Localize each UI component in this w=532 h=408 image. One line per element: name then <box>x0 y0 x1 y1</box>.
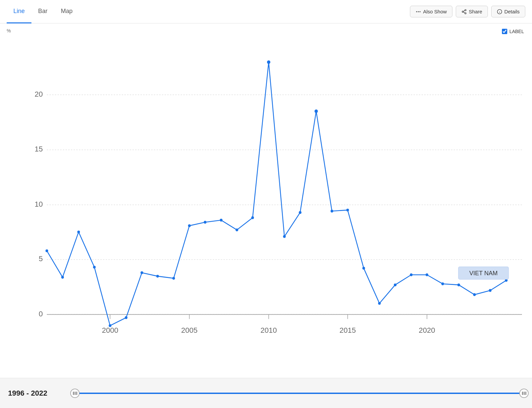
data-point <box>220 219 222 221</box>
data-point <box>235 228 238 231</box>
data-point <box>283 235 286 238</box>
svg-line-6 <box>463 12 465 13</box>
range-slider-thumb-right[interactable] <box>519 389 529 398</box>
data-point <box>172 277 175 280</box>
tab-line[interactable]: Line <box>7 0 31 23</box>
data-point <box>362 267 365 270</box>
data-point <box>61 276 64 279</box>
range-label: 1996 - 2022 <box>8 389 68 398</box>
data-point <box>267 61 270 64</box>
range-slider-track[interactable] <box>75 393 524 394</box>
data-line <box>47 62 506 326</box>
data-point <box>346 209 349 211</box>
chart-area: % LABEL <box>0 23 532 378</box>
app-container: Line Bar Map Also Show Share <box>0 0 532 408</box>
data-point <box>93 266 96 269</box>
y-axis-unit: % <box>7 28 11 33</box>
svg-text:2000: 2000 <box>102 326 118 334</box>
svg-point-4 <box>462 11 463 12</box>
thumb-bars-right <box>522 392 526 395</box>
data-point <box>188 224 191 227</box>
data-point <box>441 283 444 285</box>
data-point <box>426 274 428 276</box>
data-point <box>140 271 143 274</box>
svg-point-1 <box>418 11 419 12</box>
dots-icon <box>416 9 421 14</box>
svg-text:2020: 2020 <box>419 326 435 334</box>
svg-point-0 <box>416 11 417 12</box>
share-icon <box>461 9 467 14</box>
chart-wrapper: 0 5 10 15 20 2000 2005 2010 2015 <box>20 30 525 371</box>
data-point <box>299 211 302 214</box>
data-point <box>156 275 159 278</box>
data-point <box>125 316 127 319</box>
svg-text:15: 15 <box>35 145 43 153</box>
data-point <box>251 216 254 219</box>
share-button[interactable]: Share <box>456 6 488 17</box>
svg-text:0: 0 <box>39 309 43 318</box>
data-point <box>473 293 476 296</box>
toolbar: Line Bar Map Also Show Share <box>0 0 532 23</box>
data-point <box>204 221 206 223</box>
data-point <box>331 210 333 212</box>
line-chart-svg: 0 5 10 15 20 2000 2005 2010 2015 <box>20 30 525 371</box>
toolbar-actions: Also Show Share Details <box>410 6 525 17</box>
details-button[interactable]: Details <box>491 6 525 17</box>
thumb-bars-left <box>73 392 77 395</box>
svg-point-2 <box>420 11 421 12</box>
range-slider-thumb-left[interactable] <box>70 389 80 398</box>
svg-text:2005: 2005 <box>181 326 198 334</box>
svg-point-3 <box>465 9 466 11</box>
tab-bar-chart[interactable]: Bar <box>31 0 54 23</box>
svg-text:20: 20 <box>35 90 43 98</box>
tab-map[interactable]: Map <box>54 0 79 23</box>
svg-point-5 <box>465 12 466 14</box>
svg-line-7 <box>463 10 465 11</box>
svg-text:2015: 2015 <box>339 326 356 334</box>
data-point <box>77 231 80 233</box>
data-point <box>109 324 111 327</box>
viet-nam-label: VIET NAM <box>469 269 498 276</box>
data-point <box>410 274 413 276</box>
tab-bar: Line Bar Map <box>7 0 410 23</box>
svg-text:5: 5 <box>39 254 43 263</box>
data-point <box>45 249 48 252</box>
data-point <box>394 284 397 286</box>
data-point <box>489 289 492 292</box>
data-point <box>457 284 460 286</box>
also-show-button[interactable]: Also Show <box>410 6 452 17</box>
range-bar: 1996 - 2022 <box>0 378 532 408</box>
svg-text:2010: 2010 <box>260 326 277 334</box>
data-point <box>315 109 318 113</box>
info-icon <box>497 9 502 14</box>
svg-text:10: 10 <box>35 200 43 208</box>
data-point <box>378 302 381 305</box>
